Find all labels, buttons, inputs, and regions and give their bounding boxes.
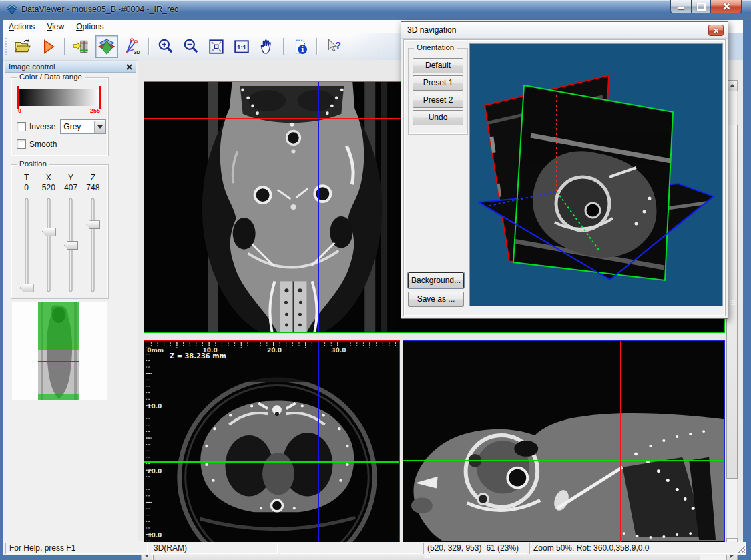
orthoslices-button[interactable] xyxy=(95,35,118,58)
app-icon[interactable] xyxy=(7,4,17,15)
slider-thumb[interactable] xyxy=(20,284,34,292)
toolbar-separator xyxy=(64,38,65,55)
slider-thumb[interactable] xyxy=(42,228,56,236)
orientation-preset1-button[interactable]: Preset 1 xyxy=(413,75,463,91)
svg-text:?: ? xyxy=(335,40,341,51)
slider-value: 520 xyxy=(42,183,55,194)
dataset-info-button[interactable]: i xyxy=(289,35,312,58)
context-help-icon: ? xyxy=(325,38,342,55)
fit-to-window-icon xyxy=(208,38,225,55)
range-max-marker[interactable] xyxy=(99,86,101,109)
open-file-button[interactable] xyxy=(11,35,34,58)
slider-y: Y 407 xyxy=(60,173,82,296)
close-button[interactable] xyxy=(711,0,742,13)
slider-track[interactable] xyxy=(47,198,50,292)
ruler-label: 20.0 xyxy=(267,347,282,354)
slider-thumb[interactable] xyxy=(86,220,100,229)
toolbar-gripper[interactable] xyxy=(5,38,7,55)
status-voxel-value: (520, 329, 953)=61 (23%) xyxy=(423,543,527,554)
slider-track[interactable] xyxy=(91,198,95,292)
minimize-button[interactable] xyxy=(670,0,692,13)
run-button[interactable] xyxy=(37,35,59,58)
sagittal-view[interactable] xyxy=(403,340,725,547)
inverse-label: Inverse xyxy=(29,122,55,131)
3d-view-button[interactable]: 3D xyxy=(121,35,144,58)
projection-thumbnail[interactable] xyxy=(12,302,107,400)
zoom-out-icon xyxy=(182,38,200,55)
minimize-icon xyxy=(678,7,684,9)
arrow-up-icon xyxy=(730,84,735,87)
svg-text:1:1: 1:1 xyxy=(237,43,247,51)
title-bar[interactable]: DataViewer - mouse05_B~#0004~_IR_rec xyxy=(0,0,751,20)
image-control-panel: Image control Color / Data range 0 255 I xyxy=(5,61,136,541)
slider-label: T xyxy=(24,173,29,183)
fit-to-window-button[interactable] xyxy=(205,35,228,58)
slider-value: 407 xyxy=(64,183,77,194)
status-zoom-rotation: Zoom 50%. Rot: 360.0,358.9,0.0 xyxy=(529,543,746,554)
thumb-grip xyxy=(730,300,735,304)
menu-actions[interactable]: Actions xyxy=(3,20,41,33)
3d-viewport[interactable] xyxy=(469,43,723,306)
background-button[interactable]: Background... xyxy=(408,272,464,288)
slider-thumb[interactable] xyxy=(64,241,78,250)
slider-track[interactable] xyxy=(25,198,28,292)
range-min-marker[interactable] xyxy=(17,86,19,109)
zoom-out-button[interactable] xyxy=(180,35,202,58)
sagittal-ct-image xyxy=(403,341,724,546)
ruler-label: 30.0 xyxy=(147,532,162,539)
slider-value: 0 xyxy=(24,183,29,194)
maximize-button[interactable] xyxy=(692,0,711,13)
dialog-title: 3D navigation xyxy=(407,25,456,35)
svg-text:3D: 3D xyxy=(134,49,140,55)
smooth-checkbox[interactable] xyxy=(17,139,26,149)
3d-view-icon: 3D xyxy=(123,38,141,55)
open-file-icon xyxy=(14,38,31,55)
3d-navigation-dialog: 3D navigation Orientation Default Preset… xyxy=(401,21,728,319)
dataset-info-icon: i xyxy=(292,38,309,55)
orientation-group: Orientation Default Preset 1 Preset 2 Un… xyxy=(408,48,468,135)
resize-grip[interactable] xyxy=(736,545,745,553)
panel-close-icon[interactable] xyxy=(126,63,133,71)
status-bar: For Help, press F1 3D(RAM) (520, 329, 95… xyxy=(5,542,746,555)
application-window: DataViewer - mouse05_B~#0004~_IR_rec Act… xyxy=(0,0,751,560)
dropdown-arrow-icon[interactable] xyxy=(94,121,105,133)
orientation-undo-button[interactable]: Undo xyxy=(413,110,463,125)
menu-view[interactable]: View xyxy=(41,20,70,33)
slider-label: X xyxy=(46,173,51,183)
dialog-close-button[interactable] xyxy=(708,25,724,36)
menu-options[interactable]: Options xyxy=(70,20,109,33)
status-help: For Help, press F1 xyxy=(5,543,148,554)
ruler-origin-label: 0mm xyxy=(147,347,164,354)
panel-title: Image control xyxy=(9,63,55,71)
orientation-preset2-button[interactable]: Preset 2 xyxy=(413,93,463,108)
gradient-bar[interactable] xyxy=(18,89,100,106)
palette-dropdown[interactable]: Grey xyxy=(60,119,106,134)
position-group: Position T 0 X 520 Y xyxy=(11,164,109,299)
slider-value: 748 xyxy=(86,183,99,194)
close-icon xyxy=(722,3,730,10)
save-as-button[interactable]: Save as ... xyxy=(408,292,464,307)
panel-header[interactable]: Image control xyxy=(5,61,136,73)
maximize-icon xyxy=(697,3,706,11)
zoom-in-button[interactable] xyxy=(154,35,177,58)
resample-icon xyxy=(73,38,90,55)
slider-t: T 0 xyxy=(15,173,37,296)
orientation-default-button[interactable]: Default xyxy=(413,58,463,73)
actual-size-button[interactable]: 1:1 xyxy=(230,35,253,58)
actual-size-icon: 1:1 xyxy=(233,38,250,55)
dialog-body: Orientation Default Preset 1 Preset 2 Un… xyxy=(404,40,725,316)
slider-label: Z xyxy=(91,173,95,183)
inverse-checkbox[interactable] xyxy=(17,122,26,131)
3d-orthoslice-render xyxy=(469,43,723,306)
pan-button[interactable] xyxy=(256,35,278,58)
group-label: Position xyxy=(17,160,49,168)
context-help-button[interactable]: ? xyxy=(322,35,345,58)
run-icon xyxy=(39,38,57,55)
group-label: Color / Data range xyxy=(17,73,85,81)
ruler-label: 30.0 xyxy=(331,347,346,354)
dialog-title-bar[interactable]: 3D navigation xyxy=(401,22,728,39)
range-min-label: 0 xyxy=(18,107,21,114)
resample-button[interactable] xyxy=(70,35,93,58)
axial-view[interactable]: 0mm 10.0 20.0 30.0 10.0 20.0 30.0 Z = 38… xyxy=(144,340,400,547)
slider-z: Z 748 xyxy=(82,173,104,296)
